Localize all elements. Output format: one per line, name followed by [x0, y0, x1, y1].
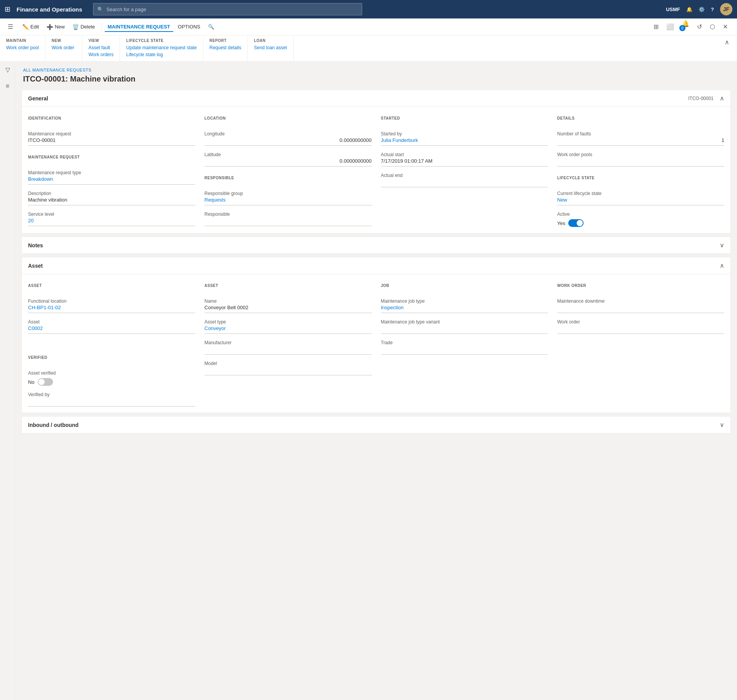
top-nav: ⊞ Finance and Operations 🔍 USMF 🔔 ⚙️ ? J… — [0, 0, 737, 18]
asset-col1: ASSET Functional location CH-BP1-01-02 A… — [28, 280, 195, 407]
longitude-field: Longitude 0.0000000000 — [205, 131, 372, 146]
update-state-link[interactable]: Update maintenance request state — [126, 44, 196, 51]
asset-label1: ASSET — [28, 283, 195, 288]
responsible-label: Responsible — [205, 212, 372, 217]
started-section-label: STARTED — [381, 116, 548, 120]
maint-req-value[interactable]: ITCO-00001 — [28, 137, 195, 146]
started-by-value[interactable]: Julia Funderburk — [381, 137, 548, 146]
layout: ▽ ≡ ALL MAINTENANCE REQUESTS ITCO-00001:… — [0, 62, 737, 700]
loan-label: LOAN — [254, 38, 287, 43]
asset-name-value[interactable]: Conveyor Belt 0002 — [205, 305, 372, 313]
new-button[interactable]: ➕ New — [43, 22, 68, 32]
options-tab[interactable]: OPTIONS — [175, 22, 204, 32]
current-state-value[interactable]: New — [557, 197, 724, 205]
help-icon[interactable]: ? — [711, 7, 714, 12]
asset-type-field: Asset type Conveyor — [205, 319, 372, 334]
notifications-icon[interactable]: 🔔 — [686, 7, 692, 12]
ribbon-collapse-button[interactable]: ∧ — [723, 37, 731, 47]
maint-req-label: Maintenance request — [28, 131, 195, 137]
asset-section-body: ASSET Functional location CH-BP1-01-02 A… — [22, 274, 730, 413]
asset-id-value[interactable]: C0002 — [28, 325, 195, 334]
state-log-link[interactable]: Lifecycle state log — [126, 51, 196, 58]
actual-end-field: Actual end — [381, 173, 548, 187]
model-value — [205, 367, 372, 375]
asset-col2: ASSET Name Conveyor Belt 0002 Asset type… — [205, 280, 372, 407]
notes-chevron-icon: ∨ — [720, 242, 724, 249]
send-loan-link[interactable]: Send loan asset — [254, 44, 287, 51]
resp-group-label: Responsible group — [205, 191, 372, 196]
longitude-value[interactable]: 0.0000000000 — [205, 137, 372, 146]
service-level-value[interactable]: 20 — [28, 218, 195, 226]
general-chevron-icon: ∧ — [720, 95, 724, 102]
resp-group-value[interactable]: Requests — [205, 197, 372, 205]
general-section-header[interactable]: General ITCO-00001 ∧ — [22, 90, 730, 107]
close-button[interactable]: ✕ — [720, 22, 731, 32]
breadcrumb-area: ALL MAINTENANCE REQUESTS ITCO-00001: Mac… — [15, 62, 737, 87]
asset-verified-toggle[interactable] — [38, 378, 53, 386]
avatar[interactable]: JF — [720, 3, 732, 15]
asset-verified-field: Asset verified No — [28, 370, 195, 386]
inbound-outbound-section: Inbound / outbound ∨ — [22, 416, 731, 433]
refresh-button[interactable]: ↺ — [694, 22, 705, 32]
work-orders-link[interactable]: Work orders — [88, 51, 113, 58]
request-details-link[interactable]: Request details — [210, 44, 241, 51]
func-location-value[interactable]: CH-BP1-01-02 — [28, 305, 195, 313]
location-label: LOCATION — [205, 116, 372, 120]
left-sidebar: ▽ ≡ — [0, 62, 15, 700]
actual-start-value[interactable]: 7/17/2019 01:00:17 AM — [381, 158, 548, 167]
maint-req-type-value[interactable]: Breakdown — [28, 176, 195, 185]
work-order-pools-label: Work order pools — [557, 152, 724, 157]
maint-req-section-label: MAINTENANCE REQUEST — [28, 155, 195, 159]
filter-icon[interactable]: ▽ — [4, 65, 12, 75]
search-tab-icon: 🔍 — [208, 24, 214, 30]
notes-section-header[interactable]: Notes ∨ — [22, 237, 730, 253]
num-faults-label: Number of faults — [557, 131, 724, 137]
edit-button[interactable]: ✏️ Edit — [19, 22, 42, 32]
latitude-value[interactable]: 0.0000000000 — [205, 158, 372, 167]
verified-label: VERIFIED — [28, 355, 195, 360]
general-col2: LOCATION Longitude 0.0000000000 Latitude… — [205, 113, 372, 227]
popout-button[interactable]: ⬡ — [707, 22, 718, 32]
delete-button[interactable]: 🗑️ Delete — [69, 22, 98, 32]
inbound-outbound-header[interactable]: Inbound / outbound ∨ — [22, 417, 730, 433]
latitude-label: Latitude — [205, 152, 372, 157]
waffle-icon[interactable]: ⊞ — [5, 5, 10, 13]
maint-req-type-field: Maintenance request type Breakdown — [28, 170, 195, 185]
asset-form-grid: ASSET Functional location CH-BP1-01-02 A… — [28, 280, 724, 407]
description-value[interactable]: Machine vibration — [28, 197, 195, 205]
asset-verified-toggle-container: No — [28, 378, 195, 386]
latitude-field: Latitude 0.0000000000 — [205, 152, 372, 167]
hamburger-icon[interactable]: ☰ — [6, 22, 15, 32]
separator — [101, 22, 101, 32]
active-toggle[interactable] — [568, 219, 584, 227]
asset-section: Asset ∧ ASSET Functional location CH-BP1… — [22, 257, 731, 413]
num-faults-field: Number of faults 1 — [557, 131, 724, 146]
settings-icon[interactable]: ⚙️ — [699, 7, 705, 12]
breadcrumb[interactable]: ALL MAINTENANCE REQUESTS — [23, 68, 729, 72]
asset-type-value[interactable]: Conveyor — [205, 325, 372, 334]
job-type-value[interactable]: Inspection — [381, 305, 548, 313]
description-field: Description Machine vibration — [28, 191, 195, 205]
fullscreen-button[interactable]: ⬜ — [663, 22, 677, 32]
functional-location-field: Functional location CH-BP1-01-02 — [28, 298, 195, 313]
asset-fault-link[interactable]: Asset fault — [88, 44, 113, 51]
inbound-outbound-title: Inbound / outbound — [28, 422, 78, 428]
work-order-pool-link[interactable]: Work order pool — [6, 44, 39, 51]
work-order-link[interactable]: Work order — [52, 44, 76, 51]
service-level-label: Service level — [28, 212, 195, 217]
num-faults-value[interactable]: 1 — [557, 137, 724, 146]
maintenance-request-tab[interactable]: MAINTENANCE REQUEST — [105, 22, 173, 32]
asset-section-header[interactable]: Asset ∧ — [22, 257, 730, 274]
actual-start-field: Actual start 7/17/2019 01:00:17 AM — [381, 152, 548, 167]
asset-verified-label: Asset verified — [28, 370, 195, 376]
ribbon: MAINTAIN Work order pool NEW Work order … — [0, 35, 737, 62]
asset-id-label: Asset — [28, 319, 195, 325]
search-input[interactable] — [106, 7, 358, 12]
search-box[interactable]: 🔍 — [93, 3, 362, 15]
longitude-label: Longitude — [205, 131, 372, 137]
notification-button[interactable]: 🔔0 — [679, 18, 692, 35]
grid-view-button[interactable]: ⊞ — [650, 22, 662, 32]
search-tab-button[interactable]: 🔍 — [205, 22, 217, 32]
list-icon[interactable]: ≡ — [4, 81, 11, 91]
lifecycle-label: LIFECYCLE STATE — [126, 38, 196, 43]
